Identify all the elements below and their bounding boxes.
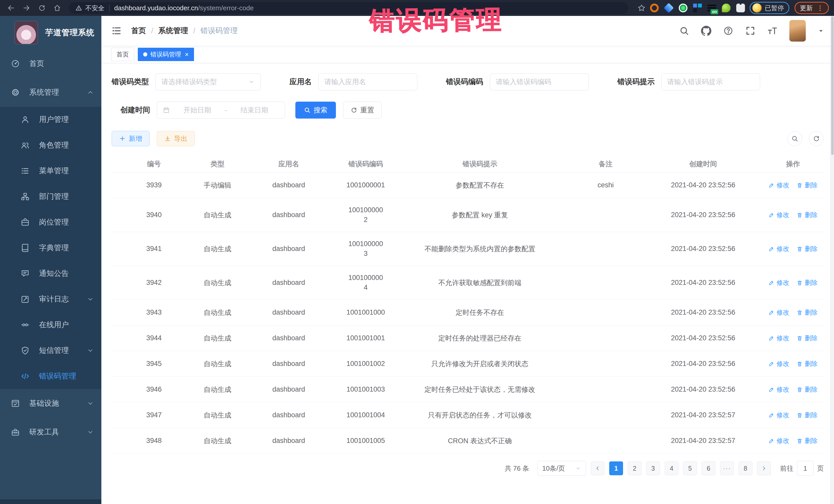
fullscreen-icon[interactable] [745, 26, 755, 36]
sidebar-item-home[interactable]: 首页 [0, 49, 101, 78]
sidebar-item-errorcode[interactable]: 错误码管理 [0, 364, 101, 389]
page-button-···[interactable]: ··· [720, 461, 734, 475]
edit-button[interactable]: 修改 [768, 411, 789, 419]
breadcrumb-system[interactable]: 系统管理 [158, 26, 188, 36]
create-time-range-picker[interactable]: 开始日期 - 结束日期 [157, 102, 285, 118]
browser-reload-button[interactable] [36, 2, 48, 14]
help-icon[interactable] [723, 26, 733, 36]
app-name-input[interactable] [324, 78, 411, 86]
sidebar-item-audit[interactable]: 审计日志 [0, 286, 101, 312]
toggle-search-button[interactable] [787, 131, 802, 146]
app-logo[interactable]: 芋道管理系统 [0, 16, 101, 49]
delete-button[interactable]: 删除 [796, 411, 817, 419]
breadcrumb-home[interactable]: 首页 [131, 26, 146, 36]
search-icon[interactable] [679, 26, 689, 36]
scrollbar-thumb[interactable] [831, 17, 834, 155]
tag-error-code[interactable]: 错误码管理 × [138, 48, 194, 61]
edit-button[interactable]: 修改 [768, 279, 789, 287]
cell-id: 3948 [112, 437, 196, 445]
sidebar-item-dept[interactable]: 部门管理 [0, 184, 101, 210]
table-row: 3944自动生成dashboard1001001001定时任务的处理器已经存在2… [112, 325, 824, 351]
cell-type: 自动生成 [196, 244, 239, 254]
page-button-5[interactable]: 5 [683, 461, 697, 475]
extension-icon-blue-gem[interactable] [664, 3, 674, 13]
goto-page-input[interactable] [797, 461, 813, 476]
edit-button[interactable]: 修改 [768, 181, 789, 190]
extension-icon-grid[interactable] [693, 4, 702, 12]
github-icon[interactable] [701, 26, 711, 36]
hamburger-icon[interactable] [111, 25, 122, 36]
edit-button[interactable]: 修改 [768, 211, 789, 219]
search-button[interactable]: 搜索 [295, 102, 336, 118]
address-bar[interactable]: 不安全 dashboard.yudao.iocoder.cn /system/e… [69, 2, 629, 14]
error-message-input[interactable] [667, 78, 754, 86]
sidebar-item-role[interactable]: 角色管理 [0, 132, 101, 158]
back-arrow-icon [7, 4, 15, 12]
sidebar-item-dict[interactable]: 字典管理 [0, 235, 101, 261]
prev-page-button[interactable] [591, 461, 605, 475]
goto-page: 前往 页 [780, 461, 824, 476]
extension-icon-green-circle[interactable] [679, 4, 687, 12]
extension-icon-list[interactable]: on [707, 4, 716, 12]
error-code-type-select[interactable]: 请选择错误码类型 [155, 73, 261, 90]
bookmark-star-icon[interactable] [637, 4, 646, 12]
close-icon[interactable]: × [185, 51, 189, 58]
export-button[interactable]: 导出 [157, 131, 195, 146]
reset-button[interactable]: 重置 [343, 102, 381, 118]
cell-app: dashboard [239, 308, 339, 316]
delete-button[interactable]: 删除 [796, 437, 817, 445]
delete-button[interactable]: 删除 [796, 308, 817, 317]
calendar-icon [163, 107, 170, 114]
filter-error-code: 错误码编码 [446, 73, 589, 90]
security-warning-icon[interactable] [75, 5, 82, 11]
edit-button[interactable]: 修改 [768, 308, 789, 317]
edit-button[interactable]: 修改 [768, 245, 789, 253]
page-button-1[interactable]: 1 [609, 461, 623, 475]
sidebar-item-sms[interactable]: 短信管理 [0, 338, 101, 364]
tag-home[interactable]: 首页 [111, 48, 134, 61]
font-size-icon[interactable] [767, 26, 777, 36]
profile-paused-button[interactable]: 已暂停 [750, 2, 789, 14]
extensions-puzzle-icon[interactable] [736, 4, 745, 12]
edit-button[interactable]: 修改 [768, 334, 789, 342]
error-code-input[interactable] [496, 78, 583, 86]
delete-button[interactable]: 删除 [796, 181, 817, 190]
sidebar-item-notice[interactable]: 通知公告 [0, 261, 101, 286]
page-button-8[interactable]: 8 [739, 461, 752, 475]
next-page-button[interactable] [757, 461, 771, 475]
user-avatar[interactable] [789, 20, 806, 42]
sidebar-item-online[interactable]: 在线用户 [0, 312, 101, 338]
sidebar-item-user[interactable]: 用户管理 [0, 107, 101, 132]
edit-button[interactable]: 修改 [768, 437, 789, 445]
sidebar-item-infra[interactable]: 基础设施 [0, 389, 101, 418]
delete-button[interactable]: 删除 [796, 385, 817, 394]
sidebar-item-menu[interactable]: 菜单管理 [0, 158, 101, 184]
refresh-table-button[interactable] [809, 131, 824, 146]
browser-forward-button[interactable] [21, 2, 32, 14]
sidebar-item-system[interactable]: 系统管理 [0, 78, 101, 107]
edit-button[interactable]: 修改 [768, 385, 789, 394]
delete-button[interactable]: 删除 [796, 211, 817, 219]
page-button-4[interactable]: 4 [665, 461, 679, 475]
browser-back-button[interactable] [5, 2, 17, 14]
add-button[interactable]: 新增 [112, 131, 150, 146]
sidebar-item-devtools[interactable]: 研发工具 [0, 418, 101, 446]
browser-home-button[interactable] [51, 2, 63, 14]
delete-button[interactable]: 删除 [796, 334, 817, 342]
edit-button[interactable]: 修改 [768, 359, 789, 368]
page-button-2[interactable]: 2 [628, 461, 641, 475]
delete-button[interactable]: 删除 [796, 279, 817, 287]
extension-icon-orange-ring[interactable] [650, 4, 659, 12]
delete-button[interactable]: 删除 [796, 359, 817, 368]
extension-icon-leaf[interactable] [722, 4, 730, 12]
chevron-down-icon[interactable] [817, 27, 824, 34]
delete-button[interactable]: 删除 [796, 245, 817, 253]
security-label: 不安全 [85, 4, 105, 12]
sidebar-item-post[interactable]: 岗位管理 [0, 210, 101, 235]
page-button-3[interactable]: 3 [646, 461, 660, 475]
browser-menu-icon[interactable]: ⋮ [817, 4, 824, 12]
browser-update-button[interactable]: 更新 ⋮ [794, 2, 829, 14]
page-size-select[interactable]: 10条/页 [537, 461, 586, 476]
sidebar-item-label: 系统管理 [29, 87, 59, 97]
page-button-6[interactable]: 6 [702, 461, 716, 475]
